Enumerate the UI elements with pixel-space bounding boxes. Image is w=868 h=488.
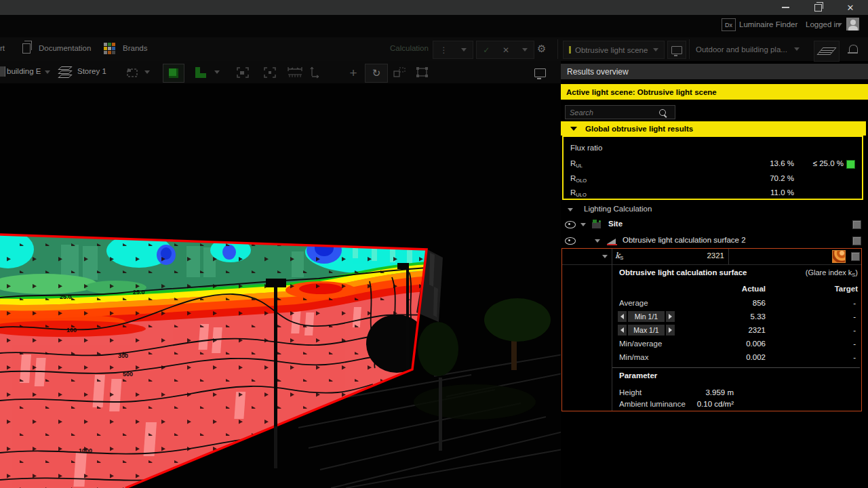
light-scene-selector[interactable]: Obtrusive light scene — [563, 41, 665, 59]
measure-horizontal-button[interactable] — [285, 64, 304, 81]
floorplan-view-button[interactable] — [192, 64, 210, 81]
chevron-down-icon[interactable] — [461, 48, 467, 52]
collapse-icon[interactable] — [568, 208, 573, 211]
ks-result-row[interactable]: kS 2321 — [562, 249, 861, 265]
restore-button[interactable] — [806, 0, 829, 15]
site-checkbox[interactable] — [852, 220, 861, 229]
scene-view-button[interactable] — [667, 41, 686, 59]
max-selector-label[interactable]: Max 1/1 — [628, 325, 665, 336]
rul-value: 13.6 % — [770, 159, 794, 167]
gear-icon[interactable]: ⚙ — [537, 43, 546, 55]
luminaire-finder-link[interactable]: Luminaire Finder — [739, 20, 797, 28]
cancel-calculation-icon[interactable]: ✕ — [502, 45, 509, 55]
window-titlebar: ✕ — [0, 0, 868, 15]
active-scene-banner: Active light scene: Obtrusive light scen… — [561, 84, 868, 100]
visibility-eye-icon[interactable] — [565, 221, 576, 228]
check-icon[interactable]: ✓ — [483, 45, 490, 55]
chevron-down-icon[interactable] — [45, 70, 50, 74]
ks-checkbox[interactable] — [851, 252, 860, 261]
chevron-down-icon[interactable] — [837, 23, 842, 26]
calculation-surface-icon — [816, 47, 836, 55]
tree-item-lighting-calculation[interactable]: Lighting Calculation — [561, 203, 868, 218]
calc-surface-icon — [607, 237, 617, 245]
next-max-button[interactable] — [666, 325, 675, 336]
zoom-selection-button[interactable] — [261, 64, 279, 81]
minimize-button[interactable] — [774, 0, 797, 15]
detail-row-max: Max 1/1 2321 - — [612, 324, 861, 338]
prev-max-button[interactable] — [618, 325, 627, 336]
building-selector[interactable]: building E — [7, 67, 41, 75]
monitor-icon — [671, 46, 682, 54]
collapse-icon[interactable] — [580, 223, 586, 226]
frame-dot-icon — [264, 67, 276, 78]
planning-profile-selector[interactable]: Outdoor and building pla... — [693, 41, 803, 58]
calc-surface-checkbox[interactable] — [852, 237, 861, 245]
ks-value: 2321 — [707, 251, 724, 260]
close-button[interactable]: ✕ — [839, 0, 862, 15]
rotate-tool-button[interactable]: ↻ — [365, 64, 388, 83]
chevron-right-icon[interactable] — [214, 70, 220, 74]
building-icon — [0, 66, 5, 77]
light-scene-icon — [569, 46, 571, 54]
rotate-icon: ↻ — [372, 67, 381, 79]
collapse-icon[interactable] — [602, 255, 608, 258]
solid-view-button[interactable] — [163, 64, 184, 83]
chevron-down-icon[interactable] — [522, 48, 528, 52]
menu-item-fragment[interactable]: rt — [0, 44, 5, 52]
tree-item-site[interactable]: Site — [561, 218, 868, 232]
site-label: Site — [608, 220, 623, 228]
parameter-title: Parameter — [619, 371, 657, 380]
svg-text:25.0: 25.0 — [133, 289, 145, 296]
planning-profile-label: Outdoor and building pla... — [696, 45, 787, 54]
svg-text:1000: 1000 — [79, 447, 92, 454]
measure-vertical-button[interactable] — [307, 64, 324, 81]
calculation-surface[interactable]: 25.0 25.0 100 300 500 1000 — [0, 230, 448, 488]
next-min-button[interactable] — [666, 311, 675, 322]
logged-in-menu[interactable]: Logged in — [806, 20, 840, 28]
visibility-eye-icon[interactable] — [565, 237, 576, 245]
collapse-icon[interactable] — [595, 239, 600, 243]
search-box[interactable] — [565, 105, 675, 119]
min-selector-label[interactable]: Min 1/1 — [628, 311, 665, 322]
menu-item-documentation[interactable]: Documentation — [39, 44, 91, 52]
scale-tool-button[interactable] — [391, 64, 408, 81]
more-options-icon[interactable]: ⋮ — [440, 45, 448, 55]
display-mode-button[interactable] — [530, 64, 549, 81]
prev-min-button[interactable] — [618, 311, 627, 322]
dx-badge[interactable]: Dx — [722, 18, 736, 31]
selection-tool-button[interactable] — [124, 64, 142, 81]
notifications-bell-icon[interactable] — [849, 45, 858, 52]
zoom-extents-button[interactable] — [234, 64, 252, 81]
menu-item-brands[interactable]: Brands — [123, 44, 147, 52]
viewport-3d[interactable]: 25.0 25.0 100 300 500 1000 — [0, 83, 561, 488]
frame-corner-icon — [237, 67, 249, 78]
flux-ratio-label: Flux ratio — [570, 144, 602, 152]
detail-row-min-average: Min/average 0.006 - — [612, 338, 861, 351]
minimize-icon — [782, 7, 789, 8]
selected-result-block: kS 2321 Obtrusive light calculation surf… — [561, 248, 862, 411]
divider — [557, 39, 558, 59]
param-row-height: Height 3.959 m — [612, 388, 861, 399]
tree-item-calc-surface[interactable]: Obtrusive light calculation surface 2 — [561, 234, 868, 249]
measure-horizontal-icon — [288, 66, 302, 79]
restore-icon — [814, 4, 822, 12]
storey-selector[interactable]: Storey 1 — [77, 67, 106, 75]
move-tool-button[interactable]: + — [344, 64, 362, 81]
falsecolor-thumbnail[interactable] — [832, 250, 846, 263]
global-results-header[interactable]: Global obtrusive light results — [561, 121, 866, 136]
column-target: Target — [835, 285, 858, 293]
result-detail: Obtrusive light calculation surface (Gla… — [612, 264, 861, 411]
rulo-label: RULO — [570, 188, 587, 198]
rulo-value: 11.0 % — [770, 188, 794, 197]
global-results-box: Flux ratio RUL 13.6 % ≤ 25.0 % ROLO 70.2… — [562, 136, 863, 200]
calculation-surface-tool[interactable] — [814, 41, 840, 62]
rul-limit: ≤ 25.0 % — [813, 159, 844, 167]
rectangle-select-button[interactable] — [414, 64, 431, 81]
glare-index-caption: (Glare index kS) — [806, 268, 858, 278]
chevron-right-icon[interactable] — [144, 70, 150, 74]
divider — [689, 39, 690, 59]
calculation-label[interactable]: Calculation — [390, 44, 429, 52]
search-input[interactable] — [566, 108, 659, 117]
calc-surface-label: Obtrusive light calculation surface 2 — [623, 236, 746, 244]
avatar[interactable] — [846, 18, 859, 30]
